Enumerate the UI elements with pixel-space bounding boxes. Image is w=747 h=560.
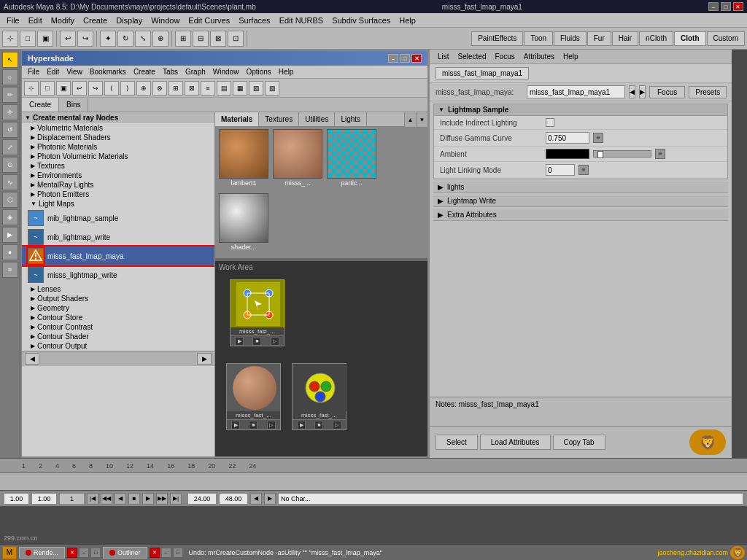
play-begin-btn[interactable]: |◀	[87, 493, 98, 505]
hs-tool7[interactable]: ⟩	[120, 81, 135, 96]
hs-cat-lenses[interactable]: ▶ Lenses	[22, 284, 214, 294]
menu-display[interactable]: Display	[112, 16, 147, 25]
ae-select-button[interactable]: Select	[436, 435, 478, 450]
hs-cat-geometry[interactable]: ▶ Geometry	[22, 303, 214, 313]
hs-tool8[interactable]: ⊕	[136, 81, 151, 96]
outliner-min-btn[interactable]: –	[161, 548, 171, 558]
hs-tool12[interactable]: ≡	[201, 81, 215, 96]
ae-menu-list[interactable]: List	[433, 52, 454, 61]
hs-menu-options[interactable]: Options	[242, 68, 274, 76]
tab-fluids[interactable]: Fluids	[554, 31, 587, 46]
mat-partic[interactable]: partic...	[325, 129, 378, 192]
node-next-btn-2[interactable]: ▷	[267, 421, 276, 429]
menu-modify[interactable]: Modify	[47, 16, 79, 25]
hs-cat-environments[interactable]: ▶ Environments	[22, 171, 214, 180]
close-btn[interactable]: ✕	[733, 2, 743, 11]
tool-misc[interactable]: ≡	[2, 262, 18, 278]
play-end-btn[interactable]: ▶|	[170, 493, 182, 505]
hs-menu-graph[interactable]: Graph	[182, 68, 209, 76]
tab-painteffects[interactable]: PaintEffects	[471, 31, 523, 46]
render-max-btn[interactable]: □	[90, 548, 101, 558]
node-next-btn-3[interactable]: ▷	[333, 421, 341, 429]
tool-grid[interactable]: ⊞	[175, 31, 191, 47]
hs-menu-help[interactable]: Help	[275, 68, 298, 76]
play-step-fwd-btn[interactable]: ▶	[142, 493, 154, 505]
hs-resize-up[interactable]: ▲	[404, 112, 416, 127]
tab-hair[interactable]: Hair	[612, 31, 638, 46]
render-min-btn[interactable]: –	[79, 548, 89, 558]
tool-paint2[interactable]: ✏	[2, 87, 18, 103]
ae-diffuse-input[interactable]	[546, 132, 589, 144]
tool-anim[interactable]: ▶	[2, 227, 18, 243]
hs-tool5[interactable]: ↪	[88, 81, 103, 96]
node-play-btn-3[interactable]: ▶	[297, 421, 306, 429]
ae-presets-button[interactable]: Presets	[689, 86, 727, 98]
tool-render[interactable]: ●	[2, 244, 18, 260]
node-card-1[interactable]: misss_fast_... ▶ ■ ▷	[230, 279, 285, 346]
hs-tool9[interactable]: ⊗	[152, 81, 167, 96]
node-card-2[interactable]: misss_fast_... ▶ ■ ▷	[226, 363, 281, 430]
hs-cat-photon-vol[interactable]: ▶ Photon Volumetric Materials	[22, 152, 214, 161]
tool-select[interactable]: ⊹	[2, 31, 18, 47]
hs-menu-file[interactable]: File	[24, 68, 43, 76]
ae-nav-next[interactable]: ▶	[639, 85, 646, 98]
menu-surfaces[interactable]: Surfaces	[234, 16, 274, 25]
ae-ambient-icon[interactable]: ⊕	[655, 149, 665, 159]
hs-cat-contour-shader[interactable]: ▶ Contour Shader	[22, 332, 214, 341]
menu-window[interactable]: Window	[147, 16, 184, 25]
ae-menu-help[interactable]: Help	[559, 52, 583, 61]
hs-cat-textures[interactable]: ▶ Textures	[22, 161, 214, 171]
hs-menu-tabs[interactable]: Tabs	[159, 68, 182, 76]
tool-paint[interactable]: ▣	[37, 31, 53, 47]
tool-lasso[interactable]: □	[20, 31, 36, 47]
tool-redo[interactable]: ↪	[77, 31, 93, 47]
tab-custom[interactable]: Custom	[707, 31, 745, 46]
hs-cat-photon-emitters[interactable]: ▶ Photon Emitters	[22, 190, 214, 199]
hs-section-mental-ray[interactable]: ▼ Create mental ray Nodes	[22, 112, 214, 123]
hs-cat-contour-output[interactable]: ▶ Contour Output	[22, 341, 214, 351]
maximize-btn[interactable]: □	[721, 2, 731, 11]
ae-nav-prev[interactable]: ◀	[629, 85, 635, 98]
range-end-input[interactable]	[219, 493, 248, 505]
hs-resize-down[interactable]: ▼	[416, 112, 427, 127]
range-btn2[interactable]: ▶	[264, 493, 276, 505]
maya-icon[interactable]: M	[2, 546, 17, 559]
play-step-back-btn[interactable]: ◀	[115, 493, 126, 505]
hs-item-mib-write[interactable]: ~ mib_lightmap_write	[22, 228, 214, 246]
mat-shader[interactable]: shader...	[217, 193, 270, 256]
ae-load-attrs-button[interactable]: Load Attributes	[480, 435, 551, 450]
tool-scale[interactable]: ⤡	[135, 31, 151, 47]
outliner-max-btn[interactable]: □	[173, 548, 183, 558]
hs-tool3[interactable]: ▣	[56, 81, 71, 96]
hs-tool11[interactable]: ⊠	[185, 81, 199, 96]
hs-tab-bins[interactable]: Bins	[59, 98, 88, 112]
ae-menu-selected[interactable]: Selected	[454, 52, 491, 61]
hs-cat-photonic[interactable]: ▶ Photonic Materials	[22, 142, 214, 152]
hs-max-btn[interactable]: □	[400, 54, 410, 63]
hs-menu-create[interactable]: Create	[130, 68, 159, 76]
start-frame-input[interactable]	[4, 493, 29, 505]
tool-undo[interactable]: ↩	[60, 31, 76, 47]
hs-cat-volumetric[interactable]: ▶ Volumetric Materials	[22, 123, 214, 133]
ae-menu-focus[interactable]: Focus	[490, 52, 519, 61]
timeline-track[interactable]	[0, 473, 747, 490]
tool-scale2[interactable]: ⤢	[2, 139, 18, 155]
hs-scroll-right-btn[interactable]: ▶	[197, 353, 212, 365]
play-fwd-btn[interactable]: ▶▶	[156, 493, 168, 505]
tool-rotate[interactable]: ↻	[117, 31, 133, 47]
menu-edit-curves[interactable]: Edit Curves	[184, 16, 234, 25]
hs-rt-lights[interactable]: Lights	[335, 112, 367, 126]
ae-menu-attributes[interactable]: Attributes	[519, 52, 559, 61]
hs-tool14[interactable]: ▦	[233, 81, 247, 96]
menu-edit-nurbs[interactable]: Edit NURBS	[275, 16, 328, 25]
hs-tool15[interactable]: ▧	[249, 81, 263, 96]
tool-arrow[interactable]: ↖	[2, 52, 18, 68]
ae-copy-tab-button[interactable]: Copy Tab	[553, 435, 605, 450]
hs-tab-create[interactable]: Create	[22, 98, 59, 112]
hs-close-btn[interactable]: ✕	[411, 54, 422, 63]
tool-curve[interactable]: ∿	[2, 174, 18, 190]
hs-rt-textures[interactable]: Textures	[259, 112, 299, 126]
render-close-btn[interactable]: ✕	[67, 548, 77, 558]
hs-tool13[interactable]: ▤	[217, 81, 231, 96]
hs-tool16[interactable]: ▨	[265, 81, 279, 96]
